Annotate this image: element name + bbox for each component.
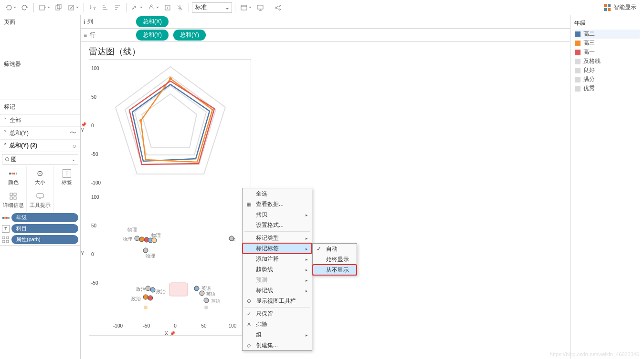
labels-btn[interactable]: T — [162, 2, 173, 13]
sortasc-btn[interactable] — [99, 2, 111, 13]
svg-rect-18 — [14, 197, 16, 199]
submenu-arrow-icon — [306, 211, 308, 218]
ctx-sub-item[interactable]: ✓自动 — [313, 244, 357, 254]
ctx-item-label: 添加注释 — [256, 255, 279, 263]
ctx-item-icon: ✕ — [245, 321, 252, 328]
svg-rect-15 — [10, 193, 12, 195]
newsheet-btn[interactable] — [37, 2, 52, 13]
submenu-arrow-icon — [306, 245, 308, 252]
share-btn[interactable] — [272, 2, 284, 13]
ctx-item[interactable]: ✓只保留 — [243, 308, 312, 319]
pages-body[interactable] — [0, 29, 80, 57]
svg-rect-11 — [604, 4, 607, 7]
ctx-item[interactable]: ⊕显示视图工具栏 — [243, 296, 312, 306]
submenu-arrow-icon — [306, 266, 308, 273]
ctx-sub-item[interactable]: 始终显示 — [313, 254, 357, 265]
presentation-btn[interactable] — [254, 2, 266, 13]
chart-viz[interactable]: 物理物理物理物理 文 政治政治政治 英语英语英语 📌Y Y 100 50 0 — [89, 59, 251, 336]
svg-point-47 — [143, 295, 148, 299]
columns-label: iii 列 — [84, 18, 131, 26]
context-submenu: ✓自动始终显示从不显示 — [312, 243, 357, 276]
legend-item[interactable]: 高三 — [575, 39, 640, 48]
legend-item[interactable]: 良好 — [575, 66, 640, 75]
marks-all[interactable]: ˅全部 — [0, 114, 80, 127]
marks-sumy2[interactable]: ˄总和(Y) (2)○ — [0, 140, 80, 152]
duplicate-btn[interactable] — [53, 2, 64, 13]
ctx-item[interactable]: ◇创建集... — [243, 340, 312, 350]
ctx-item-label: 标记标签 — [256, 245, 279, 253]
ctx-item[interactable]: 添加注释 — [243, 254, 312, 264]
mark-size[interactable]: ⊙大小 — [27, 166, 53, 189]
redo-btn[interactable] — [19, 2, 31, 13]
mark-detail[interactable]: 详细信息 — [0, 189, 27, 212]
submenu-arrow-icon — [306, 235, 308, 241]
showhide-btn[interactable] — [238, 2, 253, 13]
fit-select[interactable]: 标准 — [192, 2, 232, 13]
pages-title: 页面 — [0, 15, 80, 29]
x-tick: 0 — [174, 323, 177, 328]
ctx-item-label: 从不显示 — [326, 266, 349, 274]
svg-text:政治: 政治 — [136, 287, 146, 292]
highlight-btn[interactable] — [129, 2, 145, 13]
ctx-sep — [244, 307, 310, 308]
row-pill-1[interactable]: 总和(Y) — [173, 30, 206, 41]
legend-item[interactable]: 高二 — [575, 30, 640, 39]
legend-label: 高二 — [583, 30, 595, 38]
ctx-item-label: 全选 — [256, 190, 267, 198]
smart-show-btn[interactable]: 智能显示 — [599, 3, 641, 11]
ctx-item[interactable]: 拷贝 — [243, 209, 312, 220]
legend-item[interactable]: 及格线 — [575, 57, 640, 66]
pill-subject[interactable]: T科目 — [0, 223, 80, 234]
ctx-item[interactable]: 组 — [243, 329, 312, 340]
detail-icon — [2, 236, 10, 244]
legend-label: 满分 — [583, 75, 595, 83]
undo-btn[interactable] — [3, 2, 18, 13]
rows-shelf[interactable]: ≡ 行 总和(Y) 总和(Y) — [81, 29, 570, 42]
legend-swatch — [575, 77, 581, 82]
y-axis-label-2: Y — [81, 250, 84, 256]
columns-shelf[interactable]: iii 列 总和(X) — [81, 15, 570, 29]
ctx-item-label: 趋势线 — [256, 266, 273, 274]
clear-btn[interactable] — [65, 2, 81, 13]
pin-btn[interactable] — [174, 2, 186, 13]
fit-select-label: 标准 — [195, 3, 207, 11]
detail-icon — [9, 192, 18, 201]
label-icon: T — [2, 225, 10, 233]
ctx-item[interactable]: 标记线 — [243, 285, 312, 296]
ctx-item[interactable]: 趋势线 — [243, 264, 312, 275]
svg-text:英语: 英语 — [206, 291, 216, 297]
ctx-item[interactable]: ✕排除 — [243, 319, 312, 329]
pill-path[interactable]: 属性(path) — [0, 234, 80, 245]
group-btn[interactable] — [146, 2, 161, 13]
ctx-item-label: 创建集... — [256, 341, 278, 349]
legend-label: 及格线 — [583, 57, 601, 65]
y-tick: 50 — [91, 223, 96, 228]
legend-item[interactable]: 满分 — [575, 75, 640, 84]
legend-item[interactable]: 优秀 — [575, 84, 640, 93]
row-pill-0[interactable]: 总和(Y) — [136, 30, 169, 41]
context-menu: 全选▦查看数据...拷贝设置格式...标记类型标记标签添加注释趋势线预测标记线⊕… — [242, 188, 312, 351]
svg-rect-60 — [169, 283, 188, 296]
ctx-item[interactable]: 标记类型 — [243, 233, 312, 243]
swap-btn[interactable] — [87, 2, 98, 13]
ctx-item[interactable]: ▦查看数据... — [243, 199, 312, 209]
pill-grade[interactable]: 年级 — [0, 212, 80, 223]
sortdesc-btn[interactable] — [112, 2, 123, 13]
legend-swatch — [575, 41, 581, 46]
svg-point-46 — [150, 287, 155, 292]
filters-body[interactable] — [0, 71, 80, 100]
ctx-sub-item[interactable]: 从不显示 — [313, 265, 357, 275]
mark-tooltip[interactable]: 工具提示 — [27, 189, 53, 212]
circle-type-icon: ○ — [73, 142, 76, 150]
legend-item[interactable]: 高一 — [575, 48, 640, 57]
mark-label[interactable]: T标签 — [54, 166, 80, 189]
marks-sumy[interactable]: ˅总和(Y)〜 — [0, 127, 80, 140]
ctx-item[interactable]: 设置格式... — [243, 220, 312, 230]
svg-text:物理: 物理 — [127, 227, 137, 232]
ctx-item[interactable]: 全选 — [243, 188, 312, 199]
mark-color[interactable]: 颜色 — [0, 166, 27, 189]
svg-text:英语: 英语 — [201, 286, 211, 291]
ctx-item[interactable]: 标记标签 — [243, 243, 312, 254]
shape-select[interactable]: 圆 — [2, 154, 78, 164]
col-pill-0[interactable]: 总和(X) — [136, 16, 169, 27]
